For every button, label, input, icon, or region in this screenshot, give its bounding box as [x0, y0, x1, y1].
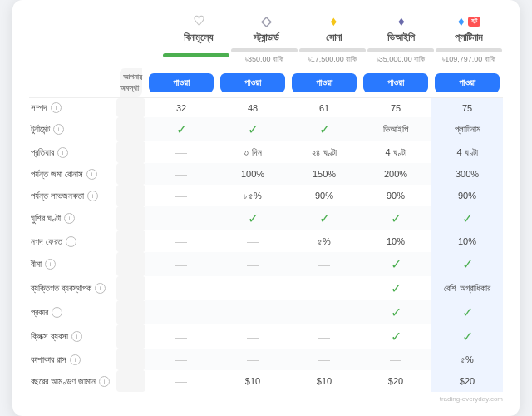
row-cell-1: 100% [217, 163, 288, 185]
row-label-wrap: সম্পদi [31, 102, 113, 113]
dash-icon: — [175, 306, 187, 319]
row-label-wrap: পর্যন্ত জমা বোনাসi [31, 169, 113, 180]
row-cell-2: — [288, 276, 360, 300]
dash-icon: — [247, 235, 259, 248]
row-your-status [116, 141, 145, 163]
row-cell-2: — [288, 324, 360, 349]
your-status-label: আপনার অবস্থা [120, 68, 142, 97]
row-label-4: পর্যন্ত লাভজনকতাi [29, 185, 116, 206]
row-cell-4: 4 ঘণ্টা [431, 141, 503, 163]
dash-icon: — [175, 353, 187, 366]
get-platinum-button[interactable]: পাওয়া [435, 73, 500, 92]
row-label-text: প্রকার [31, 307, 48, 318]
row-cell-2: 90% [288, 185, 360, 206]
row-cell-4: প্লাটিনাম [431, 117, 503, 141]
row-label-text: বছরের আমণ্ডণ জামান [31, 376, 96, 387]
info-icon[interactable]: i [86, 169, 97, 180]
row-cell-1: — [217, 300, 288, 324]
dash-icon: — [175, 189, 187, 202]
get-free-header[interactable]: পাওয়া [145, 67, 217, 98]
dash-icon: — [318, 353, 330, 366]
dash-icon: — [318, 258, 330, 271]
info-icon[interactable]: i [52, 307, 62, 318]
dash-icon: — [247, 306, 259, 319]
table-row: ব্যক্তিগত ব্যবস্থাপকi———✓বেশি অগ্রাধিকার [29, 276, 503, 300]
get-gold-header[interactable]: পাওয়া [288, 67, 360, 98]
platinum-label: প্লাটিনাম [455, 32, 483, 43]
tier-standard: ◇ স্ট্যান্ডার্ড [232, 13, 299, 43]
info-icon[interactable]: i [99, 376, 110, 387]
dash-icon: — [390, 353, 401, 366]
button-row: আপনার অবস্থা পাওয়া পাওয়া পাওয়া পাওয়া… [29, 67, 503, 98]
row-your-status [116, 230, 145, 252]
row-cell-2: ✓ [288, 206, 360, 230]
row-cell-3: ✓ [360, 276, 431, 300]
row-your-status [116, 185, 145, 206]
row-cell-4: ✓ [431, 252, 503, 276]
row-your-status [116, 163, 145, 185]
row-label-text: ক্লিক্স ব্যবসা [31, 331, 68, 342]
info-icon[interactable]: i [51, 102, 62, 113]
table-row: কাশাকার রাসi————৫% [29, 349, 503, 370]
row-cell-4: ✓ [431, 206, 503, 230]
row-cell-0: — [145, 276, 217, 300]
row-cell-0: — [145, 141, 217, 163]
info-icon[interactable]: i [64, 213, 75, 224]
dash-icon: — [247, 330, 259, 344]
row-cell-1: — [217, 230, 288, 252]
dash-icon: — [175, 235, 187, 248]
get-platinum-header[interactable]: পাওয়া [431, 67, 503, 98]
row-cell-4: ✓ [431, 300, 503, 324]
dash-icon: — [175, 167, 187, 181]
progress-bar-gold [299, 48, 366, 52]
info-icon[interactable]: i [57, 147, 68, 158]
dash-icon: — [175, 330, 187, 344]
row-your-status [116, 370, 145, 392]
row-label-text: পর্যন্ত জমা বোনাস [31, 169, 83, 180]
dash-icon: — [318, 282, 330, 295]
dash-icon: — [247, 282, 259, 295]
row-label-6: নগদ ফেরতi [29, 230, 116, 252]
row-cell-3: ভিআইপি [360, 117, 431, 141]
table-row: সম্পদi3248617575 [29, 98, 503, 117]
check-icon: ✓ [292, 210, 357, 226]
get-free-button[interactable]: পাওয়া [149, 73, 214, 92]
get-standard-header[interactable]: পাওয়া [217, 67, 288, 98]
row-label-0: সম্পদi [29, 98, 116, 117]
check-icon: ✓ [435, 210, 500, 226]
info-icon[interactable]: i [87, 191, 98, 201]
dash-icon: — [175, 374, 187, 388]
info-icon[interactable]: i [53, 124, 64, 135]
row-cell-2: ✓ [288, 117, 360, 141]
gold-label: সোনা [326, 32, 342, 43]
tier-free: ♡ বিনামূল্যে [165, 13, 232, 43]
get-vip-header[interactable]: পাওয়া [360, 67, 431, 98]
row-label-wrap: বছরের আমণ্ডণ জামানi [31, 376, 113, 387]
info-icon[interactable]: i [45, 259, 56, 270]
row-cell-1: $10 [217, 370, 288, 392]
row-cell-2: — [288, 252, 360, 276]
table-row: ক্লিক্স ব্যবসাi———✓✓ [29, 324, 503, 349]
get-gold-button[interactable]: পাওয়া [292, 73, 357, 92]
check-icon: ✓ [435, 256, 500, 272]
row-cell-1: — [217, 252, 288, 276]
gold-icon: ♦ [330, 14, 337, 29]
row-label-text: পর্যন্ত লাভজনকতা [31, 191, 84, 201]
info-icon[interactable]: i [70, 354, 81, 365]
row-label-5: ঘুশির ঘণ্টাi [29, 206, 116, 230]
info-icon[interactable]: i [66, 236, 76, 247]
progress-bar-platinum [436, 48, 502, 52]
row-cell-3: ✓ [360, 300, 431, 324]
row-cell-1: ✓ [217, 117, 288, 141]
get-standard-button[interactable]: পাওয়া [220, 73, 285, 92]
info-icon[interactable]: i [71, 331, 82, 342]
get-vip-button[interactable]: পাওয়া [363, 73, 428, 92]
row-cell-4: 10% [431, 230, 503, 252]
row-cell-4: 300% [431, 163, 503, 185]
row-cell-3: ✓ [360, 206, 431, 230]
row-your-status [116, 349, 145, 370]
row-label-wrap: ঘুশির ঘণ্টাi [31, 213, 113, 224]
info-icon[interactable]: i [95, 283, 106, 294]
progress-row: ৳350.00 বাকি ৳17,500.00 বাকি ৳35,000.00 … [29, 48, 503, 64]
row-label-text: প্রতিযার [31, 147, 54, 158]
